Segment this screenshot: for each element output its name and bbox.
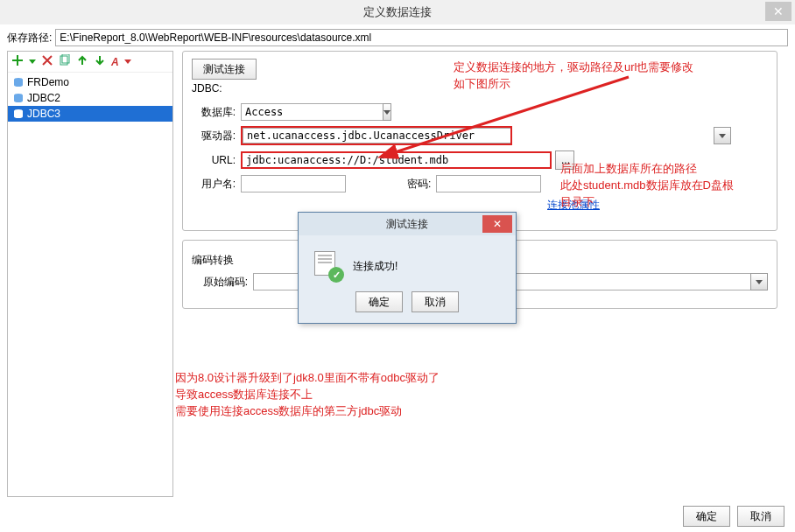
url-input[interactable]	[241, 151, 552, 169]
title-bar: 定义数据连接 ✕	[0, 0, 795, 24]
driver-label: 驱动器:	[192, 129, 236, 144]
driver-input[interactable]	[243, 128, 510, 144]
dialog-message: 连接成功!	[353, 259, 398, 274]
sort-dropdown-icon[interactable]	[124, 60, 131, 64]
orig-encode-label: 原始编码:	[192, 275, 248, 290]
database-label: 数据库:	[192, 105, 236, 120]
pool-properties-link[interactable]: 连接池属性	[547, 198, 600, 213]
up-icon[interactable]	[76, 54, 88, 69]
db-icon	[13, 108, 24, 119]
username-label: 用户名:	[192, 177, 236, 192]
tree-item[interactable]: FRDemo	[8, 74, 172, 90]
dialog-title: 测试连接	[386, 217, 428, 232]
annotation-bottom: 因为8.0设计器升级到了jdk8.0里面不带有odbc驱动了 导致access数…	[175, 370, 440, 420]
test-connection-button[interactable]: 测试连接	[192, 59, 257, 80]
encode-convert-label: 编码转换	[192, 253, 248, 268]
success-icon: ✓	[313, 251, 342, 281]
driver-highlight	[241, 126, 512, 145]
password-input[interactable]	[436, 175, 541, 192]
password-label: 密码:	[407, 177, 431, 192]
jdbc-section-label: JDBC:	[192, 82, 768, 94]
tree-item-label: FRDemo	[27, 76, 69, 88]
down-icon[interactable]	[94, 54, 106, 69]
db-icon	[13, 93, 24, 103]
save-path-input[interactable]	[55, 29, 788, 46]
save-path-label: 保存路径:	[7, 31, 52, 46]
add-dropdown-icon[interactable]	[29, 60, 36, 64]
footer-cancel-button[interactable]: 取消	[737, 506, 784, 527]
window-close-button[interactable]: ✕	[765, 2, 791, 21]
save-path-row: 保存路径:	[0, 24, 795, 51]
sort-icon[interactable]: A	[111, 56, 119, 68]
db-icon	[13, 77, 24, 88]
dialog-close-button[interactable]: ✕	[482, 215, 512, 233]
tree-item[interactable]: JDBC2	[8, 90, 172, 106]
database-input[interactable]	[241, 103, 383, 121]
url-label: URL:	[192, 154, 236, 166]
jdbc-panel: 测试连接 JDBC: 数据库: 驱动器:	[182, 51, 777, 231]
chevron-down-icon[interactable]	[383, 103, 391, 121]
chevron-down-icon[interactable]	[750, 273, 768, 290]
footer-ok-button[interactable]: 确定	[683, 506, 730, 527]
tree-item[interactable]: JDBC3	[8, 106, 172, 122]
driver-dropdown-button[interactable]	[714, 127, 731, 144]
sidebar-toolbar: A	[8, 52, 172, 73]
copy-icon[interactable]	[59, 54, 71, 69]
connection-sidebar: A FRDemo JDBC2 JDBC3	[7, 51, 173, 497]
add-icon[interactable]	[11, 54, 24, 69]
delete-icon[interactable]	[41, 54, 53, 69]
connection-tree: FRDemo JDBC2 JDBC3	[8, 73, 172, 496]
dialog-footer: 确定 取消	[683, 506, 784, 527]
database-combo[interactable]	[241, 103, 320, 121]
username-input[interactable]	[241, 175, 346, 192]
test-result-dialog: 测试连接 ✕ ✓ 连接成功! 确定 取消	[298, 212, 517, 324]
tree-item-label: JDBC3	[27, 108, 60, 120]
dialog-ok-button[interactable]: 确定	[355, 291, 403, 312]
url-browse-button[interactable]: ...	[555, 150, 574, 170]
dialog-cancel-button[interactable]: 取消	[412, 291, 459, 312]
dialog-titlebar: 测试连接 ✕	[299, 213, 516, 235]
tree-item-label: JDBC2	[27, 92, 60, 104]
window-title: 定义数据连接	[363, 4, 432, 20]
